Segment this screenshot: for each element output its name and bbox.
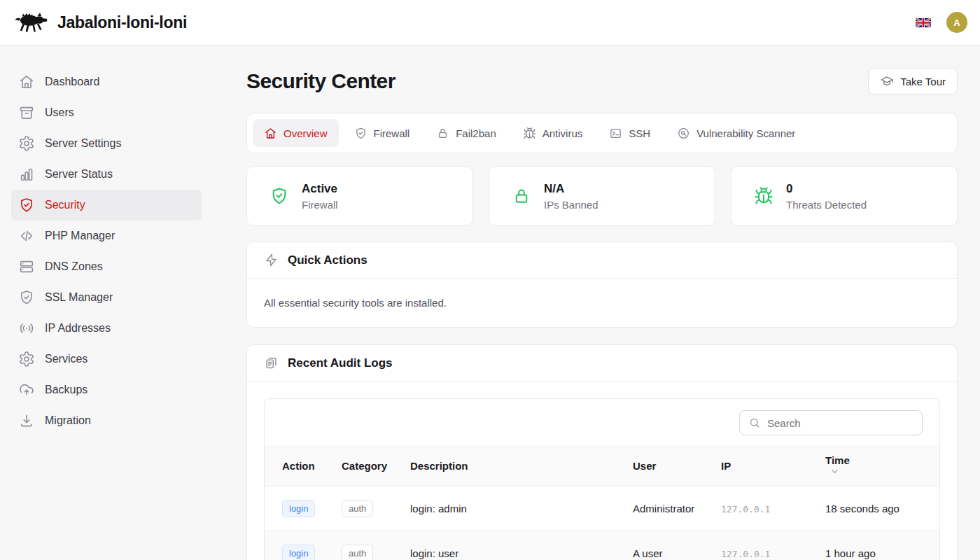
sidebar-item-php-manager[interactable]: PHP Manager [11,220,202,251]
stat-value: Active [302,182,338,196]
audit-logs-table-panel: Action Category Description User IP Time… [264,398,940,560]
search-icon [748,416,761,429]
tab-overview[interactable]: Overview [253,119,339,147]
tab-antivirus[interactable]: Antivirus [512,119,594,147]
sidebar-item-label: Services [45,353,88,365]
shield-check-icon [18,289,35,306]
lock-icon [512,186,531,206]
stat-value: 0 [786,182,867,196]
clipboard-list-icon [264,356,279,370]
stat-value: N/A [544,182,598,196]
sidebar-item-label: SSL Manager [45,291,113,304]
bar-chart-icon [18,166,35,183]
shield-check-icon [18,197,35,214]
sidebar-item-services[interactable]: Services [11,344,202,374]
server-stack-icon [18,258,35,275]
column-header-description: Description [410,445,633,486]
gear-icon [18,135,35,152]
sidebar-item-ip-addresses[interactable]: IP Addresses [11,313,202,344]
tab-ssh[interactable]: SSH [598,119,662,147]
sidebar-item-migration[interactable]: Migration [11,405,202,436]
audit-logs-table: Action Category Description User IP Time… [265,445,939,560]
tab-vulnerability-scanner[interactable]: Vulnerability Scanner [666,119,806,147]
tab-firewall[interactable]: Firewall [343,119,421,147]
gear-icon [18,351,35,368]
sidebar-item-label: IP Addresses [45,322,111,335]
search-input[interactable] [767,417,913,429]
security-tabs: Overview Firewall Fail2ban Antivirus SSH… [246,113,958,153]
sidebar-item-dns-zones[interactable]: DNS Zones [11,251,202,282]
page-title: Security Center [246,69,396,93]
bug-icon [754,186,774,206]
ip-cell: 127.0.0.1 [721,504,770,514]
lock-icon [436,127,449,140]
sidebar-item-backups[interactable]: Backups [11,374,202,405]
stat-card-firewall: Active Firewall [246,166,473,226]
sidebar-item-label: Security [45,199,85,211]
chevron-down-icon [830,466,840,477]
code-icon [18,227,35,244]
status-cards: Active Firewall N/A IPs Banned 0 Threats… [246,166,958,226]
sidebar-item-label: Users [45,106,74,119]
tab-label: Fail2ban [456,127,496,139]
shield-check-icon [354,127,368,140]
stat-card-ips-banned: N/A IPs Banned [489,166,715,226]
avatar[interactable]: A [946,12,967,33]
tab-label: Vulnerability Scanner [696,127,795,139]
sidebar-item-label: Backups [45,384,88,396]
audit-logs-section: Recent Audit Logs Action Cat [246,344,958,560]
home-icon [18,74,35,90]
search-box [739,410,923,435]
user-cell: A user [633,531,721,560]
action-badge: login [282,500,315,517]
sidebar-item-label: Migration [45,414,91,427]
tab-label: SSH [629,127,650,139]
table-header-row: Action Category Description User IP Time [265,445,939,486]
top-bar: Jabaloni-loni-loni A [0,0,980,46]
audit-logs-title: Recent Audit Logs [288,356,393,370]
sidebar-item-users[interactable]: Users [11,97,202,128]
brand[interactable]: Jabaloni-loni-loni [13,10,187,35]
bug-icon [523,127,536,140]
quick-actions-section: Quick Actions All essential security too… [246,241,958,328]
sidebar-item-label: Dashboard [45,76,99,88]
sidebar: Dashboard Users Server Settings Server S… [0,46,213,560]
boar-logo-icon [13,10,48,35]
stat-label: IPs Banned [544,199,598,211]
tab-label: Overview [284,127,328,139]
terminal-icon [609,127,622,140]
sidebar-item-label: Server Status [45,168,113,181]
home-icon [264,127,277,140]
tab-label: Firewall [374,127,410,139]
sidebar-item-security[interactable]: Security [11,190,202,220]
tab-fail2ban[interactable]: Fail2ban [425,119,507,147]
action-badge: login [282,545,315,560]
cloud-upload-icon [18,382,35,398]
description-cell: login: admin [410,486,633,531]
take-tour-button[interactable]: Take Tour [868,68,958,94]
sidebar-item-ssl-manager[interactable]: SSL Manager [11,282,202,313]
user-cell: Administrator [633,486,721,531]
sidebar-item-dashboard[interactable]: Dashboard [11,66,202,97]
sidebar-item-label: PHP Manager [45,230,115,242]
shield-check-icon [270,186,289,206]
sidebar-item-server-settings[interactable]: Server Settings [11,128,202,159]
time-cell: 1 hour ago [825,531,939,560]
main-content: Security Center Take Tour Overview Firew… [213,46,980,560]
ip-cell: 127.0.0.1 [721,549,770,559]
broadcast-icon [18,320,35,337]
quick-actions-message: All essential security tools are install… [247,279,957,327]
app-title: Jabaloni-loni-loni [57,13,187,32]
time-cell: 18 seconds ago [825,486,939,531]
column-header-time[interactable]: Time [825,445,939,486]
lightning-icon [264,253,279,267]
sidebar-item-label: DNS Zones [45,260,103,273]
column-header-user: User [633,445,721,486]
column-header-action: Action [265,445,342,486]
category-badge: auth [342,500,373,517]
quick-actions-title: Quick Actions [288,253,368,267]
uk-flag-icon[interactable] [916,18,931,28]
download-icon [18,412,35,429]
sidebar-item-server-status[interactable]: Server Status [11,159,202,190]
tab-label: Antivirus [542,127,583,139]
